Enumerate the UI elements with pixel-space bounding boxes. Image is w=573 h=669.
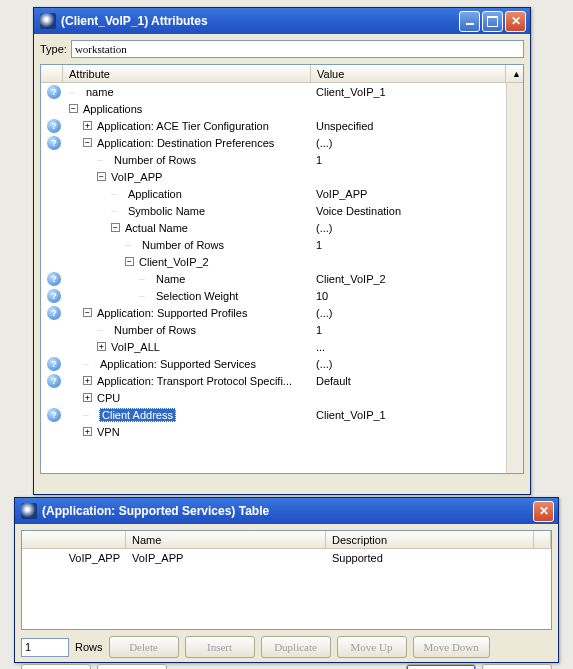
collapse-icon[interactable]: − xyxy=(83,308,92,317)
value-cell[interactable]: Client_VoIP_1 xyxy=(313,86,506,98)
value-cell[interactable]: 10 xyxy=(313,290,506,302)
table-row[interactable]: ?⋯Client AddressClient_VoIP_1 xyxy=(41,406,506,423)
help-icon[interactable]: ? xyxy=(47,357,61,371)
maximize-button[interactable] xyxy=(482,11,503,32)
window-body: Type: Attribute Value ▲ ?⋯nameClient_VoI… xyxy=(34,34,530,480)
attribute-label: VoIP_APP xyxy=(110,171,163,183)
expand-icon[interactable]: + xyxy=(83,427,92,436)
value-cell[interactable]: (...) xyxy=(313,358,506,370)
table-row[interactable]: ?⋯NameClient_VoIP_2 xyxy=(41,270,506,287)
close-button[interactable] xyxy=(505,11,526,32)
table-row[interactable]: ⋯ApplicationVoIP_APP xyxy=(41,185,506,202)
help-icon[interactable]: ? xyxy=(47,136,61,150)
table-row[interactable]: ?−Application: Supported Profiles(...) xyxy=(41,304,506,321)
attribute-label: Application: Supported Profiles xyxy=(96,307,248,319)
header-attribute[interactable]: Attribute xyxy=(63,65,311,82)
ok-button[interactable]: OK xyxy=(406,664,476,669)
duplicate-button[interactable]: Duplicate xyxy=(261,636,331,658)
header-scroll xyxy=(534,531,551,548)
table-row[interactable]: +VoIP_ALL... xyxy=(41,338,506,355)
app-icon xyxy=(21,503,37,519)
attribute-label: VoIP_ALL xyxy=(110,341,161,353)
window-body: Name Description VoIP_APP VoIP_APP Suppo… xyxy=(15,524,558,669)
help-icon[interactable]: ? xyxy=(47,85,61,99)
attribute-label: Application: Supported Services xyxy=(99,358,257,370)
table-row[interactable]: −Client_VoIP_2 xyxy=(41,253,506,270)
collapse-icon[interactable]: − xyxy=(69,104,78,113)
insert-button[interactable]: Insert xyxy=(185,636,255,658)
expand-icon[interactable]: + xyxy=(97,342,106,351)
attribute-label: VPN xyxy=(96,426,121,438)
attribute-label: Number of Rows xyxy=(113,324,197,336)
cancel-button[interactable]: Cancel xyxy=(482,664,552,669)
value-cell[interactable]: Voice Destination xyxy=(313,205,506,217)
table-row[interactable]: −VoIP_APP xyxy=(41,168,506,185)
table-row[interactable]: +CPU xyxy=(41,389,506,406)
delete-button[interactable]: Delete xyxy=(109,636,179,658)
help-icon[interactable]: ? xyxy=(47,374,61,388)
table-row[interactable]: ?⋯Application: Supported Services(...) xyxy=(41,355,506,372)
collapse-icon[interactable]: − xyxy=(111,223,120,232)
grid-rows: ?⋯nameClient_VoIP_1−Applications?+Applic… xyxy=(41,83,506,473)
help-icon[interactable]: ? xyxy=(47,119,61,133)
type-input[interactable] xyxy=(71,40,524,58)
table-row[interactable]: ⋯Symbolic NameVoice Destination xyxy=(41,202,506,219)
value-cell[interactable]: (...) xyxy=(313,222,506,234)
value-cell[interactable]: Unspecified xyxy=(313,120,506,132)
table-row[interactable]: −Actual Name(...) xyxy=(41,219,506,236)
minimize-button[interactable] xyxy=(459,11,480,32)
expand-icon[interactable]: + xyxy=(83,393,92,402)
attribute-label: Application: Destination Preferences xyxy=(96,137,275,149)
value-cell[interactable]: Client_VoIP_2 xyxy=(313,273,506,285)
vertical-scrollbar[interactable] xyxy=(506,83,523,473)
value-cell[interactable]: 1 xyxy=(313,239,506,251)
table-row[interactable]: ?⋯nameClient_VoIP_1 xyxy=(41,83,506,100)
header-value[interactable]: Value xyxy=(311,65,506,82)
table-row[interactable]: ?−Application: Destination Preferences(.… xyxy=(41,134,506,151)
table-row[interactable]: +VPN xyxy=(41,423,506,440)
value-cell[interactable]: ... xyxy=(313,341,506,353)
value-cell[interactable]: Default xyxy=(313,375,506,387)
help-icon[interactable]: ? xyxy=(47,306,61,320)
titlebar[interactable]: (Client_VoIP_1) Attributes xyxy=(34,8,530,34)
attribute-label: Name xyxy=(155,273,186,285)
table-row[interactable]: ?⋯Selection Weight10 xyxy=(41,287,506,304)
value-cell[interactable]: (...) xyxy=(313,137,506,149)
movedown-button[interactable]: Move Down xyxy=(413,636,490,658)
moveup-button[interactable]: Move Up xyxy=(337,636,407,658)
collapse-icon[interactable]: − xyxy=(97,172,106,181)
table-row[interactable]: −Applications xyxy=(41,100,506,117)
table-row[interactable]: ⋯Number of Rows1 xyxy=(41,151,506,168)
expand-icon[interactable]: + xyxy=(83,121,92,130)
help-icon[interactable]: ? xyxy=(47,408,61,422)
value-cell[interactable]: VoIP_APP xyxy=(313,188,506,200)
promote-button[interactable]: Promote xyxy=(97,664,167,669)
rows-label: Rows xyxy=(75,641,103,653)
collapse-icon[interactable]: − xyxy=(125,257,134,266)
close-button[interactable] xyxy=(533,501,554,522)
scroll-up-icon[interactable]: ▲ xyxy=(506,65,523,82)
header-name[interactable]: Name xyxy=(126,531,326,548)
titlebar[interactable]: (Application: Supported Services) Table xyxy=(15,498,558,524)
value-cell[interactable]: 1 xyxy=(313,154,506,166)
expand-icon[interactable]: + xyxy=(83,376,92,385)
table-row[interactable]: VoIP_APP VoIP_APP Supported xyxy=(22,549,551,566)
table-row[interactable]: ⋯Number of Rows1 xyxy=(41,236,506,253)
collapse-icon[interactable]: − xyxy=(83,138,92,147)
rows-input[interactable] xyxy=(21,638,69,657)
table-row[interactable]: ?+Application: ACE Tier ConfigurationUns… xyxy=(41,117,506,134)
help-icon[interactable]: ? xyxy=(47,272,61,286)
button-row-2: Details Promote ✓ Show row labels OK Can… xyxy=(21,664,552,669)
value-cell[interactable]: 1 xyxy=(313,324,506,336)
value-cell[interactable]: (...) xyxy=(313,307,506,319)
help-icon[interactable]: ? xyxy=(47,289,61,303)
attribute-label: name xyxy=(85,86,115,98)
table-row[interactable]: ?+Application: Transport Protocol Specif… xyxy=(41,372,506,389)
details-button[interactable]: Details xyxy=(21,664,91,669)
value-cell[interactable]: Client_VoIP_1 xyxy=(313,409,506,421)
attribute-label: Application: Transport Protocol Specifi.… xyxy=(96,375,293,387)
table-row[interactable]: ⋯Number of Rows1 xyxy=(41,321,506,338)
attributes-grid: Attribute Value ▲ ?⋯nameClient_VoIP_1−Ap… xyxy=(40,64,524,474)
header-description[interactable]: Description xyxy=(326,531,534,548)
attribute-label: Applications xyxy=(82,103,143,115)
